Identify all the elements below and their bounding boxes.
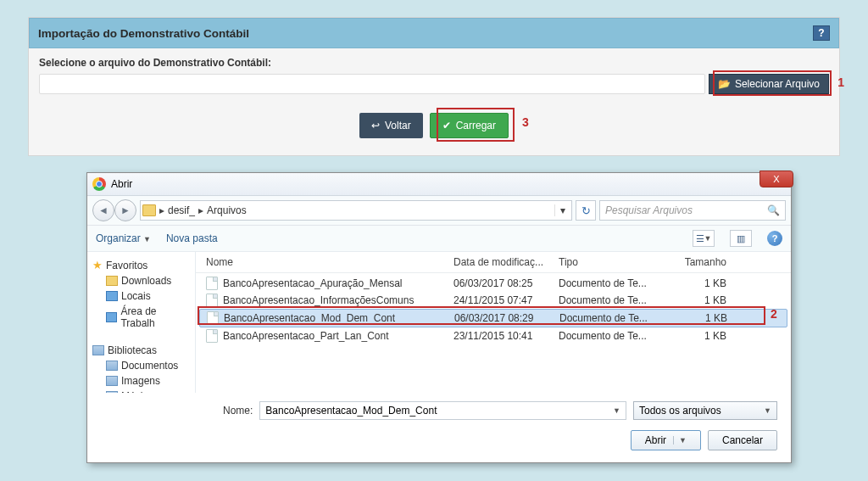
sidebar-documents[interactable]: Documentos xyxy=(89,358,193,373)
file-type: Documento de Te... xyxy=(559,330,667,342)
col-size-header[interactable]: Tamanho xyxy=(667,256,743,268)
chevron-down-icon: ▼ xyxy=(764,406,771,415)
search-placeholder: Pesquisar Arquivos xyxy=(605,204,693,216)
action-buttons-row: ↩ Voltar ✔ Carregar 3 xyxy=(39,113,829,138)
cancel-label: Cancelar xyxy=(722,434,763,446)
sidebar-downloads[interactable]: Downloads xyxy=(89,273,193,288)
panel-title: Importação do Demonstrativo Contábil xyxy=(38,27,249,40)
marker-1: 1 xyxy=(837,76,844,89)
star-icon: ★ xyxy=(92,259,103,271)
images-icon xyxy=(106,376,118,386)
chevron-down-icon: ▼ xyxy=(613,406,620,415)
toolbar-row: Organizar ▼ Nova pasta ☰ ▼ ▥ ? xyxy=(87,226,791,252)
sidebar-places[interactable]: Locais xyxy=(89,288,193,304)
open-label: Abrir xyxy=(645,434,666,446)
file-row[interactable]: BancoApresentacao_Part_Lan_Cont 23/11/20… xyxy=(196,327,791,344)
column-headers: Nome Data de modificaç... Tipo Tamanho xyxy=(196,252,791,273)
file-size: 1 KB xyxy=(667,294,743,306)
file-select-row: 📂 Selecionar Arquivo 1 xyxy=(39,74,829,94)
chrome-icon xyxy=(92,177,106,191)
dialog-titlebar[interactable]: Abrir X xyxy=(87,173,791,196)
file-size: 1 KB xyxy=(667,330,743,342)
file-area: Nome Data de modificaç... Tipo Tamanho B… xyxy=(196,252,791,393)
import-panel: Importação do Demonstrativo Contábil ? S… xyxy=(28,17,840,156)
filter-label: Todos os arquivos xyxy=(639,405,721,417)
dialog-content: ★Favoritos Downloads Locais Área de Trab… xyxy=(87,252,791,393)
sidebar: ★Favoritos Downloads Locais Área de Trab… xyxy=(87,252,196,393)
search-input[interactable]: Pesquisar Arquivos 🔍 xyxy=(599,200,786,221)
view-options-button[interactable]: ☰ ▼ xyxy=(693,230,715,247)
file-date: 24/11/2015 07:47 xyxy=(453,294,559,306)
sidebar-documents-label: Documentos xyxy=(121,360,178,372)
sidebar-favorites-label: Favoritos xyxy=(106,260,147,271)
sidebar-images[interactable]: Imagens xyxy=(89,373,193,389)
documents-icon xyxy=(106,361,118,371)
filename-row: Nome: BancoApresentacao_Mod_Dem_Cont ▼ T… xyxy=(87,393,791,430)
panel-header: Importação do Demonstrativo Contábil ? xyxy=(29,18,839,48)
file-list: BancoApresentacao_Apuração_Mensal 06/03/… xyxy=(196,273,791,346)
nav-forward-button[interactable]: ► xyxy=(114,199,136,221)
file-name: BancoApresentacao_InformaçõesComuns xyxy=(223,294,453,306)
file-row[interactable]: BancoApresentacao_Apuração_Mensal 06/03/… xyxy=(196,275,791,292)
desktop-icon xyxy=(106,312,117,322)
document-icon xyxy=(206,329,218,343)
nav-row: ◄ ► ▸ desif_ ▸ Arquivos ▾ ↻ Pesquisar Ar… xyxy=(87,196,791,226)
file-type: Documento de Te... xyxy=(559,294,667,306)
breadcrumb-seg-2[interactable]: Arquivos xyxy=(207,204,247,216)
file-path-display xyxy=(39,74,705,94)
document-icon xyxy=(206,277,218,290)
highlight-box-select xyxy=(713,70,832,96)
breadcrumb-seg-1[interactable]: desif_ xyxy=(168,204,195,216)
dialog-action-row: Abrir ▼ Cancelar xyxy=(87,430,791,462)
document-icon xyxy=(206,294,218,307)
file-type-filter[interactable]: Todos os arquivos ▼ xyxy=(633,401,777,420)
search-icon: 🔍 xyxy=(767,204,780,216)
help-icon[interactable]: ? xyxy=(767,231,782,246)
file-name: BancoApresentacao_Part_Lan_Cont xyxy=(223,330,453,342)
highlight-box-file xyxy=(198,306,765,325)
sidebar-downloads-label: Downloads xyxy=(121,275,171,287)
organize-menu[interactable]: Organizar ▼ xyxy=(96,232,151,244)
file-open-dialog: Abrir X ◄ ► ▸ desif_ ▸ Arquivos ▾ ↻ Pesq… xyxy=(86,172,792,463)
breadcrumb-arrow-icon: ▸ xyxy=(198,204,203,216)
highlight-box-load xyxy=(437,108,515,142)
places-icon xyxy=(106,291,118,301)
dialog-title: Abrir xyxy=(111,178,132,190)
open-split-arrow-icon[interactable]: ▼ xyxy=(673,436,687,445)
open-button[interactable]: Abrir ▼ xyxy=(631,430,701,450)
marker-3: 3 xyxy=(522,115,529,129)
col-date-header[interactable]: Data de modificaç... xyxy=(453,256,559,268)
col-type-header[interactable]: Tipo xyxy=(559,256,667,268)
sidebar-places-label: Locais xyxy=(121,290,151,302)
file-date: 06/03/2017 08:25 xyxy=(453,277,559,289)
panel-body: Selecione o arquivo do Demonstrativo Con… xyxy=(29,48,839,155)
file-name: BancoApresentacao_Apuração_Mensal xyxy=(223,277,453,289)
new-folder-button[interactable]: Nova pasta xyxy=(166,232,218,244)
sidebar-desktop[interactable]: Área de Trabalh xyxy=(89,304,193,331)
library-icon xyxy=(92,345,104,355)
help-button[interactable]: ? xyxy=(813,25,830,41)
nav-buttons: ◄ ► xyxy=(92,199,136,221)
filename-input[interactable]: BancoApresentacao_Mod_Dem_Cont ▼ xyxy=(259,401,626,420)
breadcrumb-bar[interactable]: ▸ desif_ ▸ Arquivos ▾ xyxy=(140,200,572,221)
chevron-down-icon: ▼ xyxy=(143,235,151,243)
file-field-label: Selecione o arquivo do Demonstrativo Con… xyxy=(39,57,829,69)
marker-2: 2 xyxy=(771,307,777,321)
sidebar-libraries-label: Bibliotecas xyxy=(108,344,157,356)
col-name-header[interactable]: Nome xyxy=(206,256,453,268)
nav-back-button[interactable]: ◄ xyxy=(92,199,114,221)
back-button[interactable]: ↩ Voltar xyxy=(359,113,423,138)
breadcrumb-dropdown-icon[interactable]: ▾ xyxy=(554,204,570,216)
dialog-close-button[interactable]: X xyxy=(760,171,793,187)
file-size: 1 KB xyxy=(667,277,743,289)
back-label: Voltar xyxy=(385,120,411,131)
cancel-button[interactable]: Cancelar xyxy=(708,430,777,450)
undo-icon: ↩ xyxy=(371,120,380,131)
folder-icon xyxy=(142,204,156,216)
preview-pane-button[interactable]: ▥ xyxy=(730,230,752,247)
sidebar-desktop-label: Área de Trabalh xyxy=(120,305,190,329)
sidebar-libraries[interactable]: Bibliotecas xyxy=(89,343,193,358)
refresh-button[interactable]: ↻ xyxy=(576,200,596,221)
filename-value: BancoApresentacao_Mod_Dem_Cont xyxy=(265,405,437,417)
sidebar-favorites[interactable]: ★Favoritos xyxy=(89,257,193,273)
